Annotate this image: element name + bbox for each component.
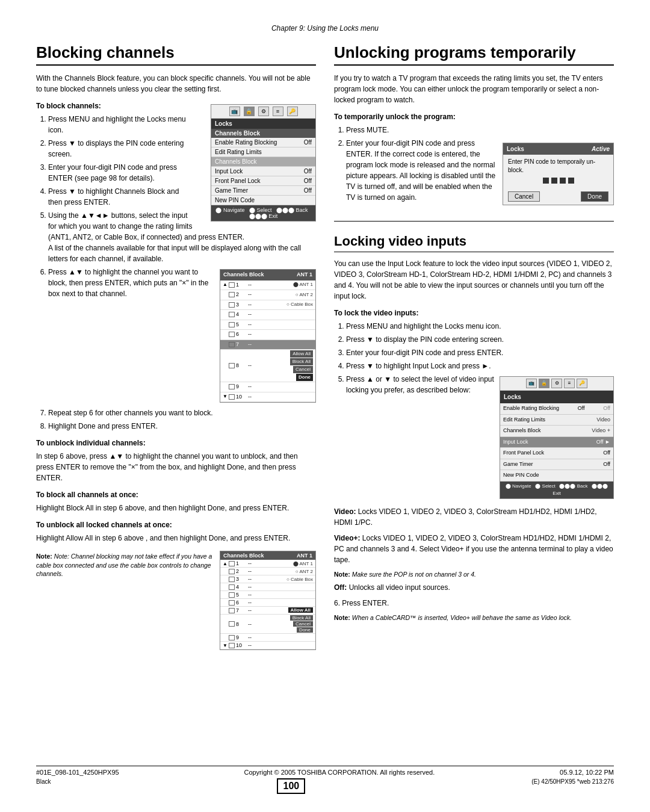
popup-buttons: Cancel Done	[503, 190, 613, 205]
menu-icon-gear: ⚙	[258, 107, 269, 116]
menu2-icon-tv: 📺	[526, 379, 537, 388]
locks-menu-nav: ⬤ Navigate ⬤ Select ⬤⬤⬤ Back ⬤⬤⬤ Exit	[211, 205, 315, 221]
menu2-icon-lock: 🔒	[539, 379, 549, 388]
to-unlock-heading: To temporarily unlock the program:	[334, 111, 614, 122]
to-unblock-all-heading: To unblock all locked channels at once:	[36, 519, 316, 530]
step-6: Channels BlockANT 1 ▲1--⬤ ANT 1 2--○ ANT…	[48, 267, 316, 405]
menu-icon-lock: 🔒	[244, 107, 255, 116]
pin-dots	[508, 178, 608, 184]
lock-step-2: Press ▼ to display the PIN code entering…	[346, 334, 614, 345]
to-unblock-heading: To unblock individual channels:	[36, 438, 316, 448]
copyright-text: Copyright © 2005 TOSHIBA CORPORATION. Al…	[244, 769, 435, 776]
menu-icon-list: ≡	[273, 107, 283, 116]
unlocking-programs-intro: If you try to watch a TV program that ex…	[334, 73, 614, 105]
locks-menu-title: Locks	[211, 119, 315, 129]
locks-menu2-row-3: Input LockOff ►	[500, 437, 613, 448]
locks-menu2-row-5: Game TimerOff	[500, 459, 613, 471]
locks-menu2-row-1: Edit Rating LimitsVideo	[500, 415, 613, 426]
locks-menu2-nav: ⬤ Navigate ⬤ Select ⬤⬤⬤ Back ⬤⬤⬤ Exit	[500, 482, 613, 498]
locks-popup: Locks Active Enter PIN code to temporail…	[503, 143, 614, 205]
footer-bottom-left: Black	[36, 778, 51, 794]
off-desc: Off: Unlocks all video input sources.	[334, 582, 614, 593]
locks-menu-header: Channels Block	[211, 129, 315, 138]
cb-row-7: 7--	[220, 340, 315, 350]
footer-center: Copyright © 2005 TOSHIBA CORPORATION. Al…	[244, 769, 435, 776]
cb-header-1: Channels BlockANT 1	[220, 270, 315, 280]
menu2-icon-list: ≡	[564, 379, 575, 388]
popup-status: Active	[592, 144, 610, 153]
cb-row-5: 5--	[220, 320, 315, 330]
cb-header-2: Channels BlockANT 1	[220, 551, 315, 560]
blocking-channels-intro: With the Channels Block feature, you can…	[36, 73, 316, 95]
lock-step-1: Press MENU and highlight the Locks menu …	[346, 321, 614, 332]
chapter-heading: Chapter 9: Using the Locks menu	[36, 24, 614, 33]
locks-menu2-row-2: Channels BlockVideo +	[500, 426, 613, 437]
blocking-channels-title: Blocking channels	[36, 43, 316, 66]
popup-title: Locks	[507, 144, 524, 153]
cb-row-2: 2--○ ANT 2	[220, 290, 315, 300]
locks-menu-row-0: Enable Rating BlockingOff	[211, 138, 315, 147]
note-cablecard: Note: When a CableCARD™ is inserted, Vid…	[334, 613, 614, 622]
to-unlock-steps: Press MUTE. Locks Active Enter PIN code …	[346, 125, 614, 210]
popup-title-row: Locks Active	[503, 143, 613, 155]
footer: #01E_098-101_4250HPX95 Copyright © 2005 …	[0, 766, 650, 794]
locks-menu-row-2: Channels Block	[211, 157, 315, 167]
menu-icon-key: 🔑	[287, 107, 298, 116]
locks-menu-row-3: Input LockOff	[211, 167, 315, 176]
to-lock-video-steps: Press MENU and highlight the Locks menu …	[346, 321, 614, 501]
to-unblock-all-text: Highlight Allow All in step 6 above , an…	[36, 533, 316, 544]
menu-icon-tv: 📺	[229, 107, 240, 116]
cb-row-10: ▼10--	[220, 392, 315, 403]
to-block-all-heading: To block all channels at once:	[36, 489, 316, 500]
lock-step-5: 📺 🔒 ⚙ ≡ 🔑 Locks Enable Rating BlockingOf…	[346, 374, 614, 501]
menu2-icon-key: 🔑	[577, 379, 587, 388]
locks-menu-row-4: Front Panel LockOff	[211, 176, 315, 186]
locking-video-title: Locking video inputs	[334, 234, 614, 252]
popup-cancel-button[interactable]: Cancel	[508, 191, 540, 202]
locks-menu-2: 📺 🔒 ⚙ ≡ 🔑 Locks Enable Rating BlockingOf…	[500, 376, 614, 499]
cb-row-1: ▲1--⬤ ANT 1	[220, 280, 315, 291]
footer-right: 05.9.12, 10:22 PM	[560, 769, 614, 776]
channels-block-table-1: Channels BlockANT 1 ▲1--⬤ ANT 1 2--○ ANT…	[220, 269, 316, 403]
page-number: 100	[277, 778, 305, 794]
unlock-step-1: Press MUTE.	[346, 125, 614, 135]
step-8: Highlight Done and press ENTER.	[48, 421, 316, 432]
channels-block-table-2: Channels BlockANT 1 ▲1--⬤ ANT 1 2--○ ANT…	[220, 551, 316, 650]
to-lock-video-heading: To lock the video inputs:	[334, 308, 614, 318]
locks-menu2-title: Locks	[500, 391, 613, 403]
locks-menu2-row-6: New PIN Code	[500, 470, 613, 482]
videoplus-desc: Video+: Locks VIDEO 1, VIDEO 2, VIDEO 3,…	[334, 533, 614, 565]
locks-menu2-row-0: Enable Rating BlockingOffOff	[500, 403, 613, 415]
note-pop: Note: Make sure the POP is not on channe…	[334, 570, 614, 579]
locks-menu2-row-4: Front Panel LockOff	[500, 448, 613, 459]
cb-row-4: 4--	[220, 310, 315, 320]
video-desc: Video: Locks VIDEO 1, VIDEO 2, VIDEO 3, …	[334, 506, 614, 528]
popup-done-button[interactable]: Done	[581, 191, 608, 202]
cb-row-8: 8-- Allow All Block All Cancel Done	[220, 350, 315, 382]
footer-bottom-center: (E) 42/50HPX95 *web 213:276	[531, 778, 614, 794]
step-7: Repeat step 6 for other channels you wan…	[48, 408, 316, 418]
menu2-icon-gear: ⚙	[551, 379, 562, 388]
locks-menu: 📺 🔒 ⚙ ≡ 🔑 Locks Channels Block Enable Ra…	[211, 104, 316, 222]
lock-step-4: Press ▼ to highlight Input Lock and pres…	[346, 361, 614, 371]
cb-row-6: 6--	[220, 330, 315, 340]
unlock-step-2: Locks Active Enter PIN code to temporail…	[346, 138, 614, 210]
locks-menu-row-1: Edit Rating Limits	[211, 147, 315, 157]
to-unblock-text: In step 6 above, press ▲▼ to highlight t…	[36, 451, 316, 483]
footer-left: #01E_098-101_4250HPX95	[36, 769, 119, 776]
cb-row-3: 3--○ Cable Box	[220, 300, 315, 311]
to-block-all-text: Highlight Block All in step 6 above, and…	[36, 503, 316, 513]
locks-menu-row-6: New PIN Code	[211, 196, 315, 205]
unlocking-programs-title: Unlocking programs temporarily	[334, 43, 614, 66]
locking-video-intro: You can use the Input Lock feature to lo…	[334, 258, 614, 302]
locks-menu-row-5: Game TimerOff	[211, 186, 315, 196]
popup-body: Enter PIN code to temporaily un-block.	[503, 155, 613, 190]
lock-step-3: Enter your four-digit PIN code and press…	[346, 347, 614, 358]
cb-row-9: 9--	[220, 382, 315, 392]
lock-step-6: 6. Press ENTER.	[334, 598, 614, 609]
